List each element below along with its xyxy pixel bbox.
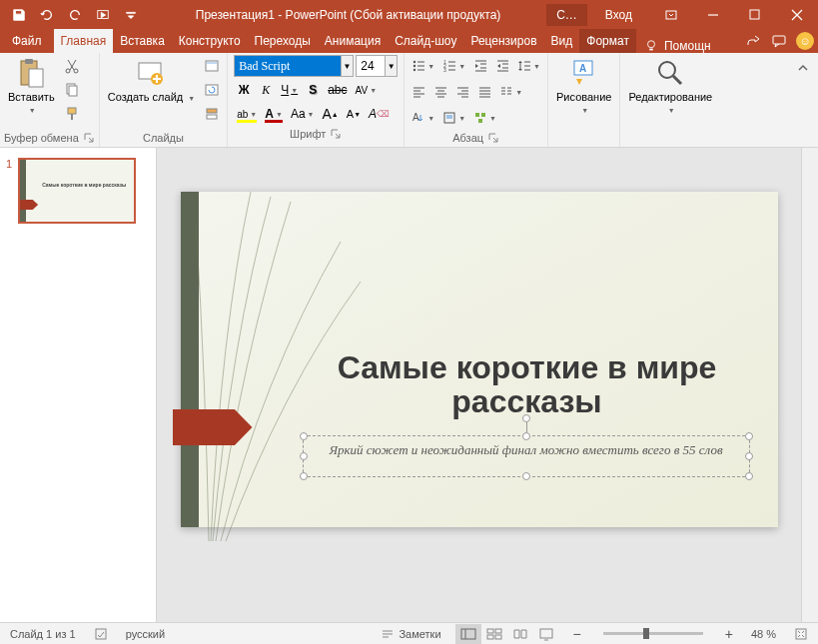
clipboard-launcher-icon[interactable] xyxy=(83,132,95,144)
slide-area[interactable]: Самые короткие в мире рассказы Яркий сюж… xyxy=(157,148,801,622)
thumbnail-panel[interactable]: 1 Самые короткие в мире рассказы xyxy=(0,148,157,622)
paste-button[interactable]: Вставить▼ xyxy=(4,55,59,117)
tell-me-area[interactable]: Помощн xyxy=(636,39,740,53)
comments-button[interactable] xyxy=(766,29,792,53)
reading-view-button[interactable] xyxy=(507,624,533,644)
underline-button[interactable]: Ч▼ xyxy=(278,79,301,101)
zoom-thumb[interactable] xyxy=(643,628,649,639)
normal-view-button[interactable] xyxy=(455,624,481,644)
justify-button[interactable] xyxy=(474,81,494,103)
drawing-button[interactable]: A Рисование▼ xyxy=(552,55,615,117)
account-tab[interactable]: С… xyxy=(546,4,587,26)
new-slide-button[interactable]: Создать слайд ▼ xyxy=(104,55,199,105)
tab-slideshow[interactable]: Слайд-шоу xyxy=(388,29,463,53)
chevron-down-icon[interactable]: ▼ xyxy=(385,56,397,76)
resize-handle[interactable] xyxy=(745,452,753,460)
collapse-ribbon-button[interactable] xyxy=(792,57,814,79)
ribbon-display-button[interactable] xyxy=(650,0,692,29)
shrink-font-button[interactable]: A▼ xyxy=(344,103,364,125)
resize-handle[interactable] xyxy=(745,472,753,480)
zoom-level[interactable]: 48 % xyxy=(747,628,780,640)
text-direction-button[interactable]: A▼ xyxy=(409,107,437,129)
line-spacing-button[interactable]: ▼ xyxy=(514,55,543,77)
subtitle-textbox[interactable]: Яркий сюжет и неожиданный финал можно вм… xyxy=(303,435,750,477)
chevron-down-icon[interactable]: ▼ xyxy=(341,56,354,76)
thumbnail-preview[interactable]: Самые короткие в мире рассказы xyxy=(18,158,136,224)
editing-button[interactable]: Редактирование▼ xyxy=(624,55,716,117)
save-button[interactable] xyxy=(6,3,32,27)
slide-counter[interactable]: Слайд 1 из 1 xyxy=(6,628,80,640)
slideshow-view-button[interactable] xyxy=(533,624,559,644)
highlight-button[interactable]: ab▼ xyxy=(234,103,260,125)
shadow-button[interactable]: S xyxy=(303,79,323,101)
fit-to-window-button[interactable] xyxy=(790,627,812,641)
slide-title[interactable]: Самые короткие в мире рассказы xyxy=(307,351,748,418)
paragraph-launcher-icon[interactable] xyxy=(487,132,499,144)
close-button[interactable] xyxy=(776,0,818,29)
resize-handle[interactable] xyxy=(522,472,530,480)
tab-transitions[interactable]: Переходы xyxy=(248,29,318,53)
align-text-button[interactable]: ▼ xyxy=(439,107,468,129)
format-painter-button[interactable] xyxy=(61,103,83,125)
tab-format[interactable]: Формат xyxy=(579,29,636,53)
qat-customize-button[interactable] xyxy=(118,3,144,27)
clear-formatting-button[interactable]: A⌫ xyxy=(366,103,393,125)
font-size-combo[interactable]: ▼ xyxy=(356,55,398,77)
font-size-input[interactable] xyxy=(357,59,385,73)
align-right-button[interactable] xyxy=(452,81,472,103)
zoom-slider[interactable] xyxy=(603,632,703,635)
zoom-in-button[interactable]: + xyxy=(721,626,737,642)
italic-button[interactable]: К xyxy=(256,79,276,101)
resize-handle[interactable] xyxy=(300,432,308,440)
zoom-out-button[interactable]: − xyxy=(569,626,585,642)
reset-button[interactable] xyxy=(201,79,223,101)
resize-handle[interactable] xyxy=(300,452,308,460)
align-left-button[interactable] xyxy=(409,81,428,103)
tab-design[interactable]: Конструкто xyxy=(172,29,248,53)
increase-indent-button[interactable] xyxy=(492,55,512,77)
align-center-button[interactable] xyxy=(430,81,450,103)
copy-button[interactable] xyxy=(61,79,83,101)
tab-review[interactable]: Рецензиров xyxy=(463,29,543,53)
section-button[interactable] xyxy=(201,103,223,125)
undo-button[interactable] xyxy=(34,3,60,27)
resize-handle[interactable] xyxy=(300,472,308,480)
spellcheck-button[interactable] xyxy=(90,627,112,641)
slide-canvas[interactable]: Самые короткие в мире рассказы Яркий сюж… xyxy=(181,192,778,527)
signin-button[interactable]: Вход xyxy=(595,4,642,26)
layout-button[interactable] xyxy=(201,55,223,77)
minimize-button[interactable] xyxy=(692,0,734,29)
maximize-button[interactable] xyxy=(734,0,776,29)
start-from-beginning-button[interactable] xyxy=(90,3,116,27)
font-launcher-icon[interactable] xyxy=(330,128,342,140)
notes-button[interactable]: Заметки xyxy=(377,627,444,641)
redo-button[interactable] xyxy=(62,3,88,27)
bullets-button[interactable]: ▼ xyxy=(409,55,437,77)
columns-button[interactable]: ▼ xyxy=(496,81,525,103)
sorter-view-button[interactable] xyxy=(481,624,507,644)
tab-insert[interactable]: Вставка xyxy=(113,29,172,53)
subtitle-text[interactable]: Яркий сюжет и неожиданный финал можно вм… xyxy=(304,436,749,464)
tab-file[interactable]: Файл xyxy=(0,29,54,53)
font-name-combo[interactable]: ▼ xyxy=(234,55,354,77)
cut-button[interactable] xyxy=(61,55,83,77)
resize-handle[interactable] xyxy=(745,432,753,440)
rotate-handle[interactable] xyxy=(522,414,530,422)
feedback-button[interactable]: ☺ xyxy=(792,29,818,53)
font-name-input[interactable] xyxy=(235,59,340,74)
font-color-button[interactable]: A▼ xyxy=(262,103,286,125)
resize-handle[interactable] xyxy=(522,432,530,440)
vertical-scrollbar[interactable] xyxy=(801,148,818,622)
tab-animation[interactable]: Анимация xyxy=(318,29,388,53)
language-button[interactable]: русский xyxy=(122,628,169,640)
decrease-indent-button[interactable] xyxy=(470,55,490,77)
tab-home[interactable]: Главная xyxy=(54,29,114,53)
tab-view[interactable]: Вид xyxy=(544,29,580,53)
grow-font-button[interactable]: A▲ xyxy=(320,103,342,125)
bold-button[interactable]: Ж xyxy=(234,79,254,101)
share-button[interactable] xyxy=(740,29,766,53)
char-spacing-button[interactable]: AV▼ xyxy=(353,79,381,101)
thumbnail-item[interactable]: 1 Самые короткие в мире рассказы xyxy=(6,158,150,224)
smartart-button[interactable]: ▼ xyxy=(470,107,499,129)
strike-button[interactable]: abc xyxy=(325,79,350,101)
